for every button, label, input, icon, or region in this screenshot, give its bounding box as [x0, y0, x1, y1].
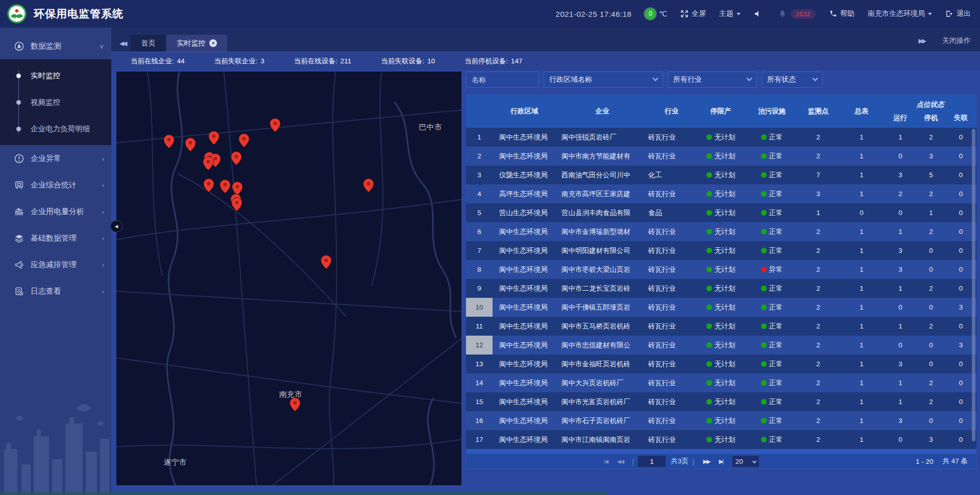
page-number-input[interactable] [638, 456, 666, 467]
table-row[interactable]: 16 阆中生态环境局 阆中市石子页岩机砖厂 砖瓦行业 无计划 正常 2 1 3 … [466, 411, 976, 430]
table-row[interactable]: 2 阆中生态环境局 阆中市南方节能建材有 砖瓦行业 无计划 正常 2 1 0 3… [466, 147, 976, 166]
sidebar-item-power-load-detail[interactable]: 企业电力负荷明细 [0, 115, 111, 142]
table-row[interactable]: 1 阆中生态环境局 阆中强锐页岩砖厂 砖瓦行业 无计划 正常 2 1 1 2 0 [466, 128, 976, 147]
pager-next-button[interactable]: ▶▶ [703, 458, 710, 465]
map-pin[interactable] [231, 197, 242, 211]
table-row[interactable]: 8 阆中生态环境局 阆中市枣碧大梁山页岩 砖瓦行业 无计划 异常 2 1 3 0… [466, 260, 976, 279]
cell-company: 西南油气田分公司川中 [556, 171, 648, 180]
help-button[interactable]: 帮助 [829, 9, 854, 18]
map-pin[interactable] [363, 178, 374, 193]
close-icon[interactable]: × [209, 39, 217, 47]
cell-production: 无计划 [695, 341, 746, 350]
map-pin[interactable] [203, 156, 214, 171]
map-pin[interactable] [289, 397, 301, 412]
sidebar-item-log-view[interactable]: 日志查看 ‹ [0, 278, 111, 304]
cell-company: 阆中市江南镇阆南页岩 [556, 435, 648, 444]
name-filter[interactable] [466, 72, 539, 88]
table-row[interactable]: 17 阆中生态环境局 阆中市江南镇阆南页岩 砖瓦行业 无计划 正常 2 1 0 … [466, 430, 976, 449]
sidebar-item-video-monitoring[interactable]: 视频监控 [0, 89, 111, 115]
cell-meters: 1 [839, 152, 884, 160]
pager-first-button[interactable]: |◀ [604, 458, 607, 465]
row-index: 16 [466, 411, 493, 430]
datetime: 2021-02-25 17:46:18 [556, 10, 632, 18]
status-filter-select[interactable]: 所有状态 [762, 72, 823, 88]
pagination-bar: |◀ ◀◀ | 共3页 | ▶▶ ▶| 20 [466, 454, 976, 469]
org-menu[interactable]: 南充市生态环境局 [868, 9, 932, 18]
close-operations-button[interactable]: 关闭操作 [942, 36, 971, 45]
map-pin[interactable] [231, 151, 242, 166]
table-row[interactable]: 15 阆中生态环境局 阆中市光富页岩机砖厂 砖瓦行业 无计划 正常 2 1 1 … [466, 392, 976, 411]
record-range-label: 1 - 20 [916, 458, 934, 465]
column-meters: 总表 [839, 95, 884, 128]
status-dot [706, 286, 712, 291]
table-row[interactable]: 4 高坪生态环境局 南充市高坪区王家店建 砖瓦行业 无计划 正常 3 1 2 2… [466, 184, 976, 203]
table-scrollbar[interactable] [972, 129, 975, 441]
pager-prev-button[interactable]: ◀◀ [617, 458, 623, 465]
map-city-label: 遂宁市 [163, 458, 186, 467]
cell-industry: 砖瓦行业 [648, 152, 695, 161]
fullscreen-button[interactable]: 全屏 [680, 9, 706, 18]
map-pin[interactable] [185, 137, 196, 152]
cell-treatment: 正常 [746, 171, 797, 180]
table-row[interactable]: 3 仪陇生态环境局 西南油气田分公司川中 化工 无计划 正常 7 1 3 5 0 [466, 166, 976, 184]
cell-meters: 1 [839, 341, 884, 349]
sidebar-item-data-monitoring[interactable]: 数据监测 ∨ [0, 33, 111, 59]
table-row[interactable]: 12 阆中生态环境局 阆中市忠信建材有限公 砖瓦行业 无计划 正常 2 1 0 … [466, 336, 976, 355]
status-dot [761, 267, 767, 272]
log-icon [14, 287, 24, 296]
sidebar-item-base-data[interactable]: 基础数据管理 ‹ [0, 225, 111, 251]
map-pin[interactable] [321, 255, 332, 269]
chevron-down-icon [737, 13, 741, 15]
table-row[interactable]: 18 南部生态环境局 南部县雄狮水泥有限公 砖瓦行业 无计划 正常 5 0 0 … [466, 449, 976, 454]
table-row[interactable]: 9 阆中生态环境局 阆中市二龙长宝页岩砖 砖瓦行业 无计划 正常 2 1 1 2… [466, 279, 976, 298]
cell-region: 阆中生态环境局 [493, 265, 556, 274]
map-pin[interactable] [163, 134, 175, 149]
name-filter-input[interactable] [472, 76, 533, 84]
tabs-scroll-left-button[interactable]: ◀◀ [116, 40, 131, 52]
cell-stop: 2 [917, 322, 945, 330]
map-pin[interactable] [270, 118, 281, 132]
pager-last-button[interactable]: ▶| [719, 458, 723, 465]
cell-region: 营山生态环境局 [493, 208, 556, 218]
region-filter-select[interactable]: 行政区域名称 [544, 72, 663, 88]
status-dot [706, 134, 712, 140]
table-row[interactable]: 7 阆中生态环境局 阆中明阳建材有限公司 砖瓦行业 无计划 正常 2 1 3 0… [466, 241, 976, 260]
cell-production: 无计划 [695, 190, 746, 199]
page-size-select[interactable]: 20 [732, 456, 759, 467]
map-pin[interactable] [208, 131, 219, 145]
sidebar-item-realtime-monitoring[interactable]: 实时监控 [0, 62, 111, 89]
theme-menu[interactable]: 主题 [719, 9, 741, 18]
map-roads-layer [116, 72, 461, 485]
cell-region: 阆中生态环境局 [493, 360, 556, 369]
row-index: 11 [466, 317, 493, 336]
sound-button[interactable] [754, 10, 765, 18]
map-pin[interactable] [219, 179, 231, 194]
cell-meters: 1 [839, 190, 884, 198]
sidebar-collapse-handle[interactable]: ◀ [110, 220, 122, 232]
table-row[interactable]: 10 阆中生态环境局 阆中千佛镇五郎垭页岩 砖瓦行业 无计划 正常 2 1 0 … [466, 298, 976, 317]
table-row[interactable]: 11 阆中生态环境局 阆中市五马桥页岩机砖 砖瓦行业 无计划 正常 2 1 1 … [466, 317, 976, 336]
table-row[interactable]: 5 营山生态环境局 营山县润丰肉食品有限 食品 无计划 正常 1 0 0 1 0 [466, 203, 976, 222]
map-canvas[interactable]: 巴中市 南充市 遂宁市 [116, 72, 461, 485]
map-pin[interactable] [238, 133, 250, 148]
tab-realtime-monitoring[interactable]: 实时监控 × [166, 35, 227, 52]
logout-button[interactable]: 退出 [945, 9, 971, 18]
table-row[interactable]: 13 阆中生态环境局 阆中市金福旺页岩机砖 砖瓦行业 无计划 正常 2 1 3 … [466, 355, 976, 373]
table-row[interactable]: 6 阆中生态环境局 阆中市金博瑞新型墙材 砖瓦行业 无计划 正常 2 1 1 2… [466, 222, 976, 241]
map-pin[interactable] [203, 178, 214, 193]
sidebar-item-company-anomaly[interactable]: 企业异常 ‹ [0, 145, 111, 172]
column-index [466, 95, 493, 128]
sidebar-item-power-analysis[interactable]: 企业用电量分析 ‹ [0, 198, 111, 225]
sidebar-item-company-statistics[interactable]: 企业综合统计 ‹ [0, 172, 111, 198]
cell-region: 阆中生态环境局 [493, 227, 556, 237]
cell-region: 阆中生态环境局 [493, 303, 556, 312]
table-row[interactable]: 14 阆中生态环境局 阆中大兴页岩机砖厂 砖瓦行业 无计划 正常 2 1 1 2… [466, 373, 976, 392]
sidebar-item-emission-management[interactable]: 应急减排管理 ‹ [0, 251, 111, 278]
tab-home[interactable]: 首页 [131, 35, 165, 52]
notifications-button[interactable]: 2632 [778, 9, 816, 19]
cell-company: 南充市高坪区王家店建 [556, 190, 648, 199]
tabs-scroll-right-button[interactable]: ▶▶ [919, 37, 925, 44]
cell-industry: 砖瓦行业 [648, 265, 695, 274]
cell-run: 0 [884, 152, 917, 160]
industry-filter-select[interactable]: 所有行业 [668, 72, 757, 88]
